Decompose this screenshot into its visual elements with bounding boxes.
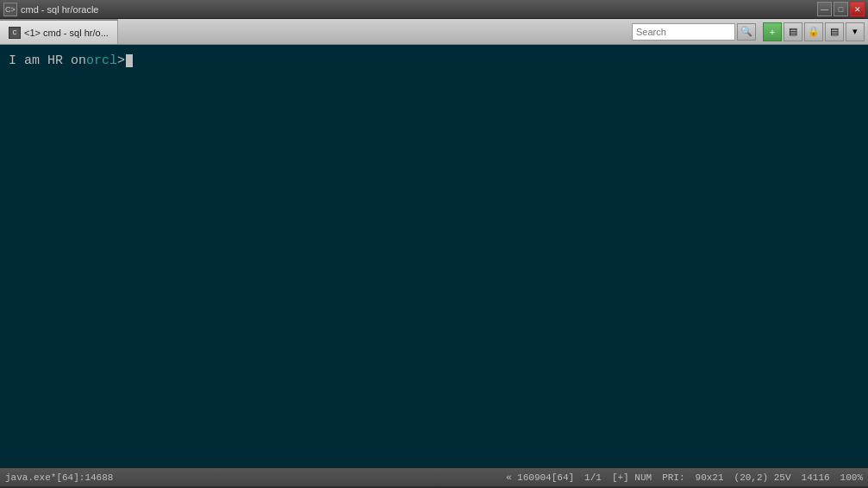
close-button[interactable]: ✕ [850,2,865,16]
toolbar-actions: + ▤ 🔒 ▤ ▾ [759,19,868,44]
status-pri: PRI: [662,472,684,483]
active-tab[interactable]: C <1> cmd - sql hr/o... [0,19,118,44]
status-size: 90x21 [696,472,724,483]
toolbar: C <1> cmd - sql hr/o... 🔍 + ▤ 🔒 ▤ ▾ [0,19,868,45]
status-page: 1/1 [584,472,602,483]
terminal-area[interactable]: I am HR on orcl > [0,45,868,467]
toolbar-spacer [118,19,628,44]
tab-icon: C [9,27,21,39]
cursor [126,54,133,67]
status-right: « 160904[64] 1/1 [+] NUM PRI: 90x21 (20,… [506,472,863,483]
status-filesize: 14116 [802,472,830,483]
cmd-icon: C> [3,3,17,16]
tab-label: <1> cmd - sql hr/o... [24,28,109,38]
status-bar: java.exe*[64]:14688 « 160904[64] 1/1 [+]… [0,467,868,486]
search-area: 🔍 [628,19,759,44]
status-coords: (20,2) 25V [734,472,791,483]
title-bar: C> cmd - sql hr/oracle — □ ✕ [0,0,868,19]
maximize-button[interactable]: □ [834,2,848,16]
layout-button[interactable]: ▤ [784,22,802,41]
menu-button[interactable]: ▤ [825,22,844,41]
minimize-button[interactable]: — [817,2,832,16]
prompt-instance: orcl [86,52,117,70]
status-zoom: 100% [840,472,863,483]
window-title: cmd - sql hr/oracle [21,4,98,15]
status-process: java.exe*[64]:14688 [5,472,113,483]
search-input[interactable] [632,23,735,41]
window-controls: — □ ✕ [817,2,865,16]
status-insert: [+] NUM [612,472,652,483]
search-button[interactable]: 🔍 [737,23,756,41]
more-button[interactable]: ▾ [846,22,865,41]
lock-button[interactable]: 🔒 [804,22,823,41]
prompt-prefix: I am HR on [9,52,86,70]
status-position: « 160904[64] [506,472,574,483]
add-button[interactable]: + [763,22,782,41]
terminal-prompt-line: I am HR on orcl > [9,52,859,70]
title-bar-left: C> cmd - sql hr/oracle [3,3,98,16]
prompt-suffix: > [117,52,125,70]
